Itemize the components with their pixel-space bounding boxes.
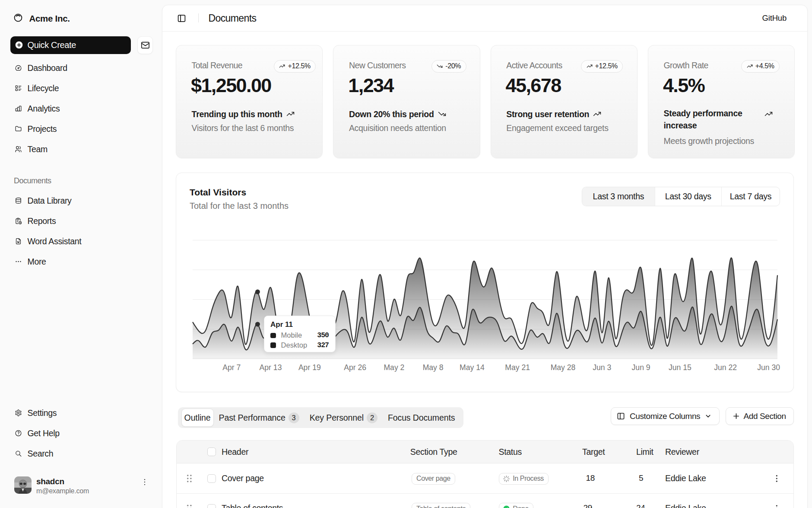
svg-text:May 14: May 14 xyxy=(460,363,485,372)
svg-text:May 21: May 21 xyxy=(505,363,530,372)
svg-text:Jun 30: Jun 30 xyxy=(757,363,780,372)
svg-text:Jun 9: Jun 9 xyxy=(632,363,650,372)
svg-text:May 28: May 28 xyxy=(551,363,576,372)
svg-text:Jun 22: Jun 22 xyxy=(714,363,737,372)
svg-text:Apr 13: Apr 13 xyxy=(260,363,282,372)
svg-text:Jun 15: Jun 15 xyxy=(669,363,691,372)
svg-text:Apr 26: Apr 26 xyxy=(344,363,366,372)
svg-text:Jun 3: Jun 3 xyxy=(593,363,611,372)
svg-text:May 2: May 2 xyxy=(384,363,404,372)
svg-text:Apr 7: Apr 7 xyxy=(222,363,241,372)
svg-text:Apr 19: Apr 19 xyxy=(298,363,321,372)
svg-text:May 8: May 8 xyxy=(423,363,444,372)
